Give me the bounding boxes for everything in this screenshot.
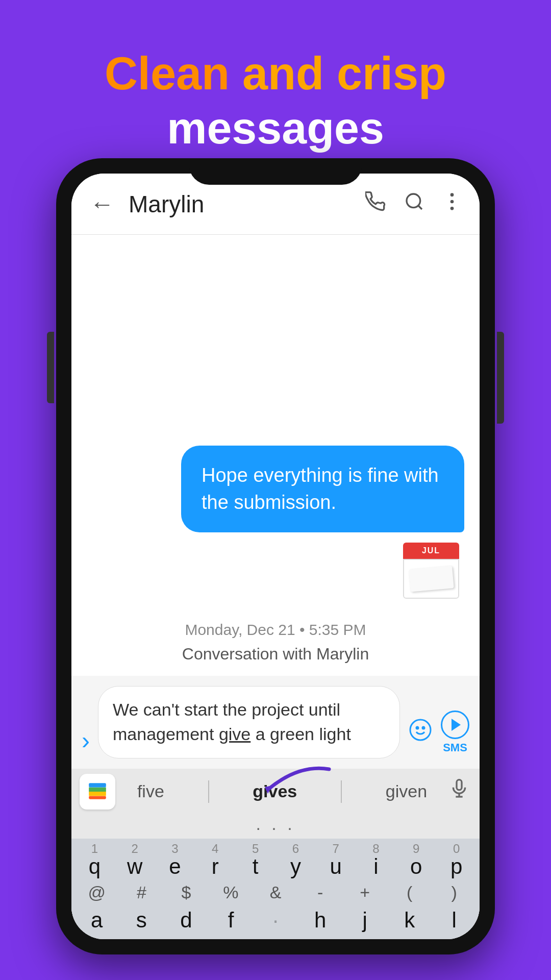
keyboard-logo xyxy=(80,774,115,810)
key-minus[interactable]: - xyxy=(298,883,343,902)
key-d[interactable]: d xyxy=(164,909,209,932)
key-f[interactable]: f xyxy=(209,909,254,932)
send-label: SMS xyxy=(443,741,467,754)
key-letter-i: i xyxy=(373,855,378,878)
headline: Clean and crisp messages xyxy=(0,0,551,155)
key-h[interactable]: h xyxy=(298,909,343,932)
svg-rect-7 xyxy=(89,796,106,799)
and-crisp-text: and crisp xyxy=(230,48,446,99)
svg-rect-10 xyxy=(89,783,106,787)
key-plus[interactable]: + xyxy=(342,883,387,902)
key-percent[interactable]: % xyxy=(209,883,254,902)
key-r[interactable]: 4 r xyxy=(195,843,235,878)
phone-device: ← Marylin xyxy=(56,158,495,954)
key-digit-4: 4 xyxy=(212,843,218,855)
key-p[interactable]: 0 p xyxy=(436,843,477,878)
contact-name: Marylin xyxy=(129,190,365,218)
suggestion-divider-1 xyxy=(208,780,209,803)
key-letter-t: t xyxy=(253,855,259,878)
key-digit-5: 5 xyxy=(252,843,259,855)
key-u[interactable]: 7 u xyxy=(316,843,356,878)
conversation-label: Conversation with Marylin xyxy=(87,645,464,664)
key-hash[interactable]: # xyxy=(119,883,164,902)
calendar-emoji: JUL xyxy=(403,543,459,599)
svg-point-5 xyxy=(416,727,418,729)
key-letter-y: y xyxy=(290,855,301,878)
key-digit-6: 6 xyxy=(292,843,299,855)
svg-marker-11 xyxy=(265,786,272,794)
svg-point-0 xyxy=(407,194,420,208)
phone-notch xyxy=(189,158,362,185)
headline-line2: messages xyxy=(0,101,551,155)
key-t[interactable]: 5 t xyxy=(235,843,276,878)
key-s[interactable]: s xyxy=(119,909,164,932)
key-digit-1: 1 xyxy=(91,843,98,855)
app-bar-icons xyxy=(365,191,461,217)
key-digit-3: 3 xyxy=(171,843,178,855)
send-button[interactable]: SMS xyxy=(441,710,469,754)
keyboard-dots: · · · xyxy=(71,815,480,839)
more-options-icon[interactable] xyxy=(443,191,461,217)
key-l[interactable]: l xyxy=(432,909,477,932)
key-letter-r: r xyxy=(212,855,219,878)
key-y[interactable]: 6 y xyxy=(276,843,316,878)
suggestions: five gives given xyxy=(115,780,449,803)
suggestion-word-1[interactable]: five xyxy=(137,781,164,801)
key-digit-2: 2 xyxy=(132,843,138,855)
key-e[interactable]: 3 e xyxy=(155,843,195,878)
key-digit-9: 9 xyxy=(413,843,419,855)
timestamp: Monday, Dec 21 • 5:35 PM xyxy=(87,621,464,639)
key-digit-8: 8 xyxy=(372,843,379,855)
key-g[interactable]: · xyxy=(253,909,298,932)
message-input[interactable]: We can't start the project until managem… xyxy=(98,686,400,758)
arrow-annotation xyxy=(258,759,339,802)
expand-button[interactable]: › xyxy=(82,726,90,758)
phone-icon[interactable] xyxy=(365,191,386,217)
input-area: › We can't start the project until manag… xyxy=(71,676,480,768)
key-open-paren[interactable]: ( xyxy=(387,883,432,902)
svg-rect-9 xyxy=(89,787,106,791)
mic-button[interactable] xyxy=(449,778,469,805)
key-letter-o: o xyxy=(410,855,422,878)
suggestion-divider-2 xyxy=(341,780,342,803)
keyboard[interactable]: five gives given xyxy=(71,769,480,939)
key-k[interactable]: k xyxy=(387,909,432,932)
phone-screen: ← Marylin xyxy=(71,174,480,939)
messages-area: Hope everything is fine with the submiss… xyxy=(71,235,480,676)
key-digit-0: 0 xyxy=(453,843,460,855)
search-icon[interactable] xyxy=(404,191,424,217)
phone-power-button xyxy=(497,332,504,424)
key-w[interactable]: 2 w xyxy=(115,843,155,878)
key-letter-q: q xyxy=(89,855,101,878)
svg-rect-8 xyxy=(89,792,106,796)
outgoing-message-bubble: Hope everything is fine with the submiss… xyxy=(181,446,464,532)
key-digit-7: 7 xyxy=(333,843,339,855)
key-q[interactable]: 1 q xyxy=(74,843,115,878)
keyboard-row-1: 1 q 2 w 3 e 4 r xyxy=(71,839,480,880)
svg-point-6 xyxy=(422,727,424,729)
key-a[interactable]: a xyxy=(74,909,119,932)
suggestion-word-3[interactable]: given xyxy=(386,781,427,801)
emoji-button[interactable] xyxy=(408,718,433,747)
suggestion-bar: five gives given xyxy=(71,769,480,815)
key-i[interactable]: 8 i xyxy=(356,843,396,878)
back-button[interactable]: ← xyxy=(90,190,114,218)
phone-volume-button xyxy=(47,332,54,403)
key-dollar[interactable]: $ xyxy=(164,883,209,902)
key-ampersand[interactable]: & xyxy=(253,883,298,902)
key-at[interactable]: @ xyxy=(74,883,119,902)
svg-point-1 xyxy=(450,193,454,197)
keyboard-symbol-row: @ # $ % & - + ( ) xyxy=(71,880,480,906)
key-o[interactable]: 9 o xyxy=(396,843,436,878)
svg-rect-12 xyxy=(457,780,462,790)
key-close-paren[interactable]: ) xyxy=(432,883,477,902)
svg-point-4 xyxy=(410,720,431,740)
headline-line1: Clean and crisp xyxy=(0,46,551,101)
svg-point-3 xyxy=(450,207,454,210)
key-letter-e: e xyxy=(169,855,181,878)
input-actions: SMS xyxy=(408,710,469,758)
key-j[interactable]: j xyxy=(342,909,387,932)
clean-word: Clean xyxy=(105,48,230,99)
key-letter-w: w xyxy=(127,855,142,878)
key-letter-u: u xyxy=(330,855,342,878)
